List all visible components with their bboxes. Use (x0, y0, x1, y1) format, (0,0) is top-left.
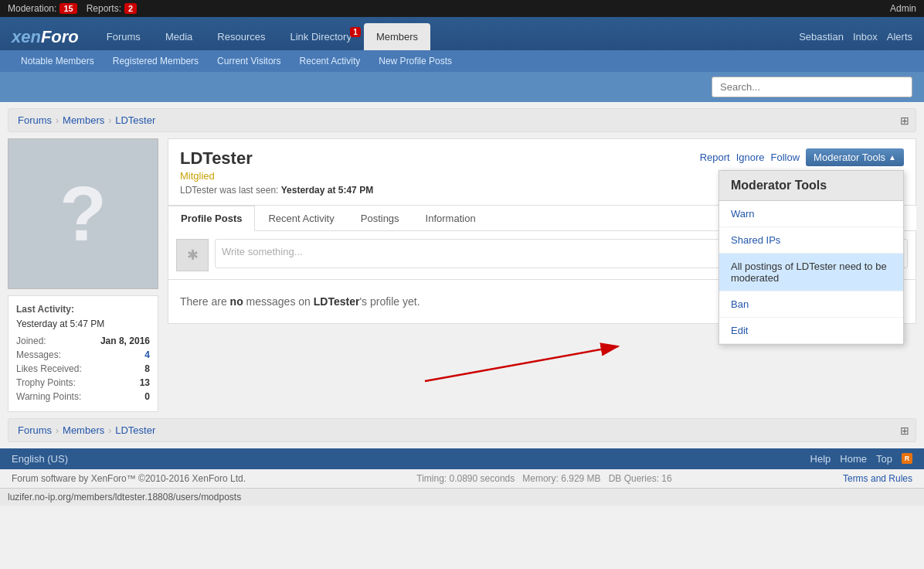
breadcrumb-bottom-forums[interactable]: Forums (18, 424, 52, 436)
no-messages-username: LDTester (314, 295, 360, 308)
subnav-recent-activity[interactable]: Recent Activity (290, 50, 370, 72)
warning-label: Warning Points: (16, 391, 81, 402)
sidebar: ? Last Activity: Yesterday at 5:47 PM Jo… (8, 138, 158, 412)
footer-nav: English (US) Help Home Top R (0, 448, 924, 469)
footer-links: Help Home Top R (810, 453, 912, 465)
terms-link[interactable]: Terms and Rules (843, 473, 912, 484)
report-link[interactable]: Report (700, 152, 730, 163)
nav-resources[interactable]: Resources (205, 23, 277, 50)
reports-count: 2 (124, 3, 137, 14)
messages-label: Messages: (16, 349, 61, 360)
mod-tools-dropdown: Moderator Tools Warn Shared IPs All post… (718, 170, 904, 345)
ignore-link[interactable]: Ignore (736, 152, 765, 163)
main-content: ? Last Activity: Yesterday at 5:47 PM Jo… (8, 138, 916, 412)
admin-user: Admin (890, 3, 916, 14)
link-directory-badge: 1 (350, 27, 361, 37)
tab-recent-activity[interactable]: Recent Activity (255, 206, 347, 231)
joined-value: Jan 8, 2016 (100, 336, 150, 346)
copyright-text: Forum software by XenForo™ ©2010-2016 Xe… (12, 473, 246, 484)
stat-warning: Warning Points: 0 (16, 390, 150, 404)
user-stats: Last Activity: Yesterday at 5:47 PM Join… (8, 295, 158, 412)
profile-header: LDTester Mitglied LDTester was last seen… (168, 138, 916, 206)
admin-bar-left: Moderation: 15 Reports: 2 (8, 3, 137, 14)
likes-value: 8 (144, 363, 150, 374)
expand-icon-bottom[interactable]: ⊞ (900, 424, 909, 437)
subnav-notable-members[interactable]: Notable Members (12, 50, 104, 72)
footer-copyright: Forum software by XenForo™ ©2010-2016 Xe… (0, 469, 924, 488)
avatar-placeholder: ? (59, 169, 107, 258)
breadcrumb-forums[interactable]: Forums (18, 114, 52, 126)
stat-likes: Likes Received: 8 (16, 362, 150, 376)
stat-joined: Joined: Jan 8, 2016 (16, 334, 150, 348)
moderation-count: 15 (59, 3, 76, 14)
header-username[interactable]: Sebastian (799, 31, 844, 43)
breadcrumb-bottom-sep-2: › (108, 425, 111, 436)
mod-tools-moderated[interactable]: All postings of LDTester need to be mode… (719, 254, 903, 291)
footer-help[interactable]: Help (810, 453, 831, 465)
breadcrumb-bottom-sep-1: › (56, 425, 59, 436)
reports-badge[interactable]: Reports: 2 (87, 3, 137, 14)
url-bar: luzifer.no-ip.org/members/ldtester.18808… (0, 488, 924, 506)
tab-postings[interactable]: Postings (348, 206, 413, 231)
mod-tools-warn[interactable]: Warn (719, 201, 903, 227)
mod-tools-title: Moderator Tools (719, 171, 903, 201)
footer-timing: Timing: 0.0890 seconds Memory: 6.929 MB … (416, 473, 671, 484)
moderator-tools-button[interactable]: Moderator Tools ▲ (806, 148, 904, 166)
mod-tools-shared-ips[interactable]: Shared IPs (719, 227, 903, 254)
profile-last-seen-time: Yesterday at 5:47 PM (281, 185, 373, 196)
search-input[interactable] (712, 77, 912, 97)
header-top: xenForo Forums Media Resources Link Dire… (0, 17, 924, 50)
header-inbox[interactable]: Inbox (853, 31, 878, 43)
messages-value[interactable]: 4 (144, 349, 150, 360)
breadcrumb-members[interactable]: Members (63, 114, 104, 126)
subnav-registered-members[interactable]: Registered Members (104, 50, 208, 72)
breadcrumb-ldtester[interactable]: LDTester (115, 114, 155, 126)
breadcrumb-top: Forums › Members › LDTester ⊞ (8, 108, 916, 132)
nav-link-directory[interactable]: Link Directory 1 (277, 23, 363, 50)
mod-tools-ban[interactable]: Ban (719, 291, 903, 318)
subnav-current-visitors[interactable]: Current Visitors (208, 50, 290, 72)
admin-bar: Moderation: 15 Reports: 2 Admin (0, 0, 924, 17)
likes-label: Likes Received: (16, 363, 82, 374)
rss-icon[interactable]: R (902, 453, 912, 464)
moderation-badge[interactable]: Moderation: 15 (8, 3, 77, 14)
write-avatar: ✱ (176, 239, 209, 271)
nav-members[interactable]: Members (364, 23, 430, 50)
breadcrumb-bottom-ldtester[interactable]: LDTester (115, 424, 155, 436)
last-activity-time: Yesterday at 5:47 PM (16, 319, 150, 329)
sub-nav: Notable Members Registered Members Curre… (0, 50, 924, 72)
stat-messages: Messages: 4 (16, 348, 150, 362)
footer-language: English (US) (12, 453, 68, 465)
profile-area: LDTester Mitglied LDTester was last seen… (168, 138, 916, 412)
stat-trophy: Trophy Points: 13 (16, 376, 150, 390)
tab-profile-posts[interactable]: Profile Posts (168, 206, 255, 231)
profile-actions: Report Ignore Follow Moderator Tools ▲ (700, 148, 904, 166)
logo[interactable]: xenForo (12, 27, 79, 47)
nav-forums[interactable]: Forums (94, 23, 153, 50)
breadcrumb-bottom: Forums › Members › LDTester ⊞ (8, 418, 916, 442)
last-activity-label: Last Activity: (16, 304, 150, 315)
breadcrumb-sep-2: › (108, 115, 111, 126)
footer-top[interactable]: Top (876, 453, 892, 465)
header: xenForo Forums Media Resources Link Dire… (0, 17, 924, 102)
mod-tools-edit[interactable]: Edit (719, 318, 903, 344)
nav-media[interactable]: Media (153, 23, 205, 50)
subnav-new-profile-posts[interactable]: New Profile Posts (369, 50, 461, 72)
breadcrumb-sep-1: › (56, 115, 59, 126)
moderation-label: Moderation: (8, 3, 56, 14)
reports-label: Reports: (87, 3, 121, 14)
footer-home[interactable]: Home (840, 453, 867, 465)
trophy-value: 13 (140, 377, 150, 388)
joined-label: Joined: (16, 336, 46, 346)
breadcrumb-bottom-members[interactable]: Members (63, 424, 104, 436)
search-bar (0, 72, 924, 102)
expand-icon[interactable]: ⊞ (900, 114, 909, 127)
avatar: ? (8, 138, 158, 289)
header-alerts[interactable]: Alerts (887, 31, 912, 43)
warning-value: 0 (144, 391, 150, 402)
tab-information[interactable]: Information (413, 206, 489, 231)
trophy-label: Trophy Points: (16, 377, 76, 388)
follow-link[interactable]: Follow (771, 152, 800, 163)
chevron-up-icon: ▲ (888, 153, 896, 162)
header-right: Sebastian Inbox Alerts (799, 31, 912, 43)
